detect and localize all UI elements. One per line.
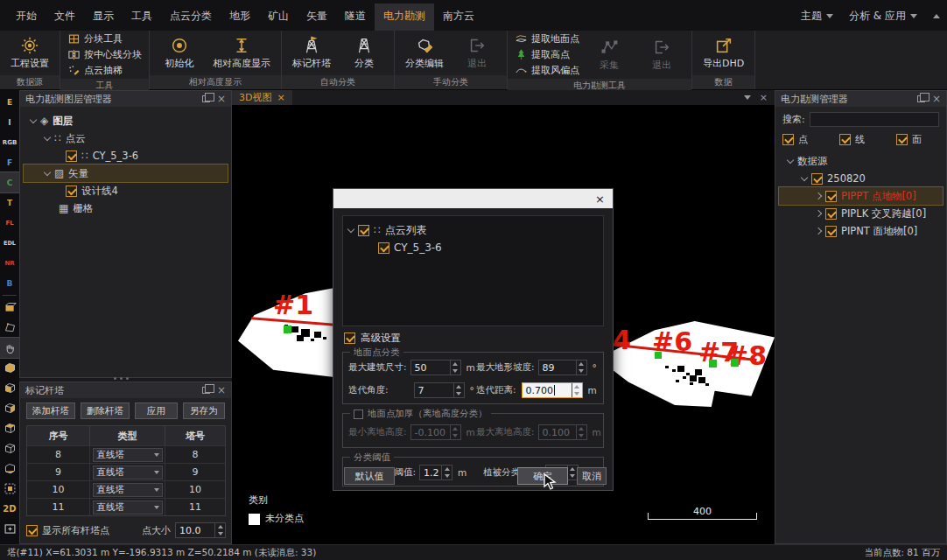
max-building-input[interactable]: 50 [410,360,461,375]
apply-button[interactable]: 应用 [135,402,178,419]
show-all-towers-checkbox[interactable] [26,525,38,536]
collapse-ribbon-icon[interactable] [933,14,940,18]
select-region-icon[interactable] [0,479,19,499]
elevation-render-icon[interactable]: E [0,92,19,112]
file-render-icon[interactable]: FL [0,213,19,233]
checkbox-checked[interactable] [825,208,837,220]
cancel-button[interactable]: 取消 [577,467,607,485]
column-header-index[interactable]: 序号 [27,426,90,445]
classification-render-icon[interactable]: C [0,172,19,192]
menu-file[interactable]: 文件 [46,4,84,31]
tree-item-vector-group[interactable]: ▨ 矢量 [24,164,228,182]
checkbox-checked[interactable] [66,186,77,197]
menu-display[interactable]: 显示 [84,4,123,31]
tree-item-dataset[interactable]: 250820 [779,170,943,187]
iteration-distance-input[interactable]: 0.700 [522,382,583,398]
filter-area-checkbox[interactable] [896,134,908,145]
polygon-clip-icon[interactable] [0,318,19,338]
view-cube-front-icon[interactable] [0,358,19,378]
table-row[interactable]: 11 直线塔 11 [27,498,225,515]
checkbox-checked[interactable] [66,150,77,162]
close-icon[interactable]: × [217,94,226,103]
menu-nanfang-cloud[interactable]: 南方云 [434,4,483,31]
float-panel-icon[interactable] [202,95,210,102]
clip-box-icon[interactable] [0,298,19,318]
tower-marker[interactable] [731,359,739,367]
time-render-icon[interactable]: T [0,192,19,213]
building-threshold-input[interactable]: 1.2 [419,465,452,480]
tree-item-pointcloud-file[interactable]: CY_5_3-6 [348,239,598,256]
menu-terrain[interactable]: 地形 [221,4,259,31]
spinner-arrows[interactable] [567,466,578,480]
column-header-number[interactable]: 塔号 [165,426,225,445]
iteration-angle-input[interactable]: 7 [414,382,465,398]
tree-item-pointcloud-file[interactable]: ∷ CY_5_3-6 [24,147,228,164]
tree-item-design-line[interactable]: 设计线4 [24,182,228,200]
close-icon[interactable]: × [277,92,284,103]
collect-button[interactable]: 采集 [586,37,632,73]
min-height-input[interactable]: -0.100 [410,424,461,440]
tree-item-raster[interactable]: ▦ 栅格 [24,200,228,217]
type-dropdown[interactable]: 直线塔 [93,448,163,462]
spinner-arrows[interactable] [576,360,586,374]
extract-ground-points-button[interactable]: 提取地面点 [515,32,579,46]
menu-start[interactable]: 开始 [7,4,46,31]
checkbox-checked[interactable] [378,242,389,254]
delete-tower-button[interactable]: 删除杆塔 [81,402,130,419]
add-viewport-icon[interactable] [0,519,19,539]
view-cube-bottom-icon[interactable] [0,458,19,479]
split-by-centerline-button[interactable]: 按中心线分块 [67,48,142,61]
checkbox-checked[interactable] [825,226,837,237]
close-icon[interactable]: × [587,192,613,206]
menu-tunnel[interactable]: 隧道 [336,4,375,31]
view-cube-right-icon[interactable] [0,398,19,418]
spinner-arrows[interactable] [453,383,464,397]
checkbox-checked[interactable] [358,225,369,236]
menu-tools[interactable]: 工具 [123,4,161,31]
menu-power-survey[interactable]: 电力勘测 [375,4,434,31]
rgb-render-icon[interactable]: RGB [0,132,19,152]
view-cube-top-icon[interactable] [0,418,19,438]
tree-item-area-features[interactable]: PIPNT 面地物[0] [779,222,943,240]
spinner-arrows[interactable] [441,466,452,480]
menu-pointcloud-classify[interactable]: 点云分类 [161,4,221,31]
tab-overflow-icon[interactable] [744,95,751,100]
max-slope-input[interactable]: 89 [538,360,587,375]
normal-render-icon[interactable]: NR [0,253,19,273]
type-dropdown[interactable]: 直线塔 [93,500,163,514]
close-icon[interactable]: × [760,92,768,103]
type-dropdown[interactable]: 直线塔 [93,483,163,497]
extract-wind-deviation-button[interactable]: 提取风偏点 [515,64,579,77]
classify-edit-button[interactable]: 分类编辑 [402,35,447,71]
point-size-input[interactable]: 10.0 [175,522,226,538]
dialog-title-bar[interactable]: × [333,189,613,208]
menu-mine[interactable]: 矿山 [259,4,298,31]
view-cube-left-icon[interactable] [0,378,19,398]
spinner-arrows[interactable] [572,383,582,397]
checkbox-checked[interactable] [825,191,837,202]
max-height-input[interactable]: 0.100 [538,424,587,440]
save-as-button[interactable]: 另存为 [183,402,226,419]
checkbox-checked[interactable] [811,173,823,185]
2d-view-icon[interactable]: 2D [0,499,19,519]
view-cube-back-icon[interactable] [0,438,19,458]
tree-item-pointcloud-list[interactable]: ∷ 点云列表 [348,221,598,239]
filter-line-checkbox[interactable] [839,134,851,145]
theme-menu[interactable]: 主题 [801,9,833,24]
table-row[interactable]: 8 直线塔 8 [27,445,225,463]
float-panel-icon[interactable] [917,95,925,102]
default-values-button[interactable]: 默认值 [344,467,395,485]
close-icon[interactable]: × [932,94,941,103]
tower-marker[interactable] [709,360,717,368]
spinner-arrows[interactable] [214,523,225,537]
type-dropdown[interactable]: 直线塔 [93,466,163,480]
exit-manual-classify-button[interactable]: 退出 [454,35,500,71]
column-header-type[interactable]: 类型 [90,426,165,445]
relative-height-display-button[interactable]: 相对高度显示 [209,35,274,71]
search-input[interactable] [810,112,939,127]
feature-render-icon[interactable]: F [0,152,19,172]
tab-3d-view[interactable]: 3D视图 × [232,90,292,105]
tree-item-layers[interactable]: ◈ 图层 [24,112,228,130]
tower-marker[interactable] [284,326,291,333]
block-tool-button[interactable]: 分块工具 [67,32,142,46]
